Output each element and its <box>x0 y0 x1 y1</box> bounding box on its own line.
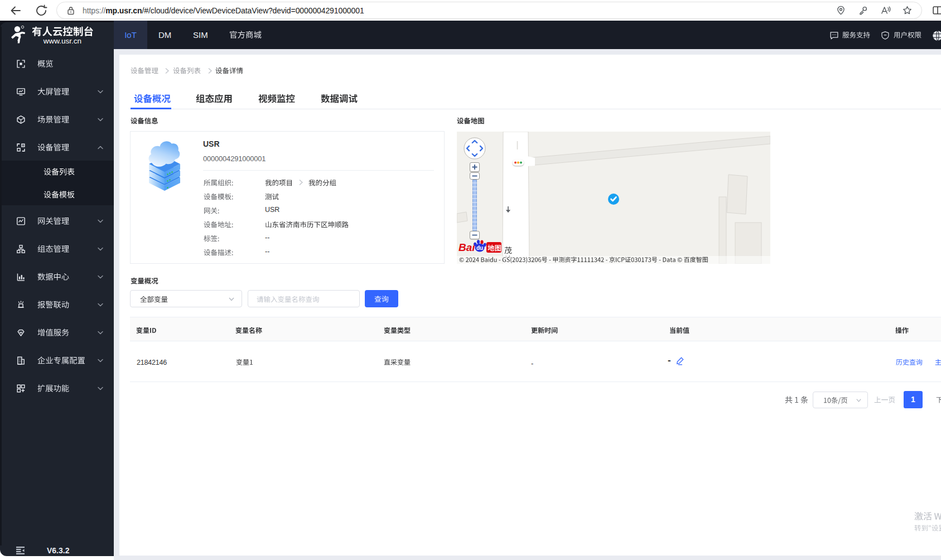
svg-text:du: du <box>476 245 483 251</box>
